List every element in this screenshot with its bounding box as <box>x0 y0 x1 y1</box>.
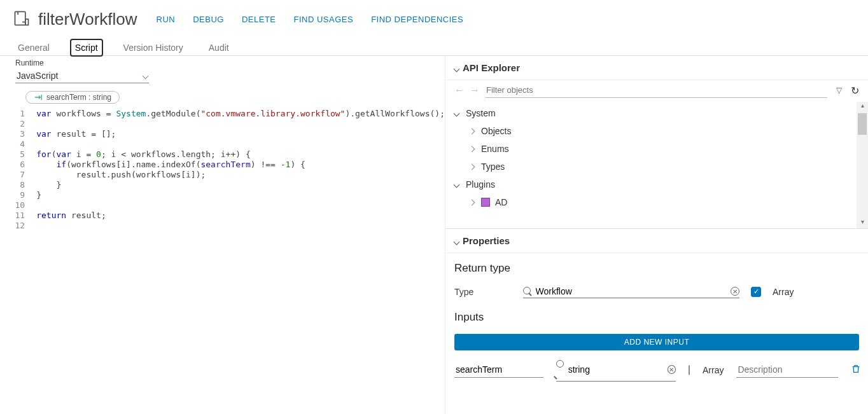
return-array-label: Array <box>773 287 794 297</box>
find-dependencies-action[interactable]: FIND DEPENDENCIES <box>371 15 463 24</box>
properties-title: Properties <box>463 235 510 246</box>
tabbar: General Script Version History Audit <box>0 38 868 56</box>
right-pane: API Explorer ← → ▽ ↻ System Objects Enum… <box>445 56 868 414</box>
return-type-heading: Return type <box>454 262 859 275</box>
chevron-down-icon <box>454 181 461 188</box>
plugin-icon <box>481 198 490 207</box>
run-action[interactable]: RUN <box>157 15 176 24</box>
tree-node-ad[interactable]: AD <box>470 193 848 211</box>
line-gutter: 123456789101112 <box>0 109 32 414</box>
chevron-right-icon <box>470 198 476 206</box>
search-icon <box>523 286 532 296</box>
scroll-thumb[interactable] <box>858 113 867 135</box>
debug-action[interactable]: DEBUG <box>193 15 224 24</box>
api-tree: System Objects Enums Types Plugins AD <box>454 104 848 211</box>
return-type-input[interactable] <box>536 286 727 296</box>
add-new-input-button[interactable]: ADD NEW INPUT <box>454 334 859 350</box>
input-array-label: Array <box>703 365 724 375</box>
tree-node-enums[interactable]: Enums <box>470 140 848 158</box>
param-chip-searchterm[interactable]: searchTerm : string <box>25 91 120 104</box>
api-explorer-title: API Explorer <box>463 62 520 73</box>
input-name-field[interactable] <box>454 362 543 378</box>
search-icon <box>556 359 564 380</box>
left-pane: Runtime JavaScript searchTerm : string 1… <box>0 56 445 414</box>
action-bar: RUN DEBUG DELETE FIND USAGES FIND DEPEND… <box>157 15 464 24</box>
tree-node-objects[interactable]: Objects <box>470 122 848 140</box>
tab-audit[interactable]: Audit <box>205 40 233 55</box>
runtime-label: Runtime <box>0 56 445 67</box>
tree-node-system[interactable]: System <box>454 104 848 122</box>
header: filterWorkflow RUN DEBUG DELETE FIND USA… <box>0 0 868 38</box>
chevron-down-icon <box>454 235 459 246</box>
type-label: Type <box>454 287 512 297</box>
chevron-down-icon <box>143 72 149 79</box>
svg-rect-0 <box>15 11 25 25</box>
tree-node-plugins[interactable]: Plugins <box>454 176 848 193</box>
inputs-heading: Inputs <box>454 311 859 324</box>
code-content[interactable]: var workflows = System.getModule("com.vm… <box>32 109 445 414</box>
return-array-checkbox[interactable] <box>751 287 761 297</box>
properties-header[interactable]: Properties <box>445 229 868 253</box>
nav-back-icon: ← <box>454 85 465 96</box>
input-row: ✕ Array <box>445 354 868 385</box>
chevron-down-icon <box>454 62 459 73</box>
filter-dropdown-icon[interactable]: ▽ <box>836 86 842 95</box>
trash-icon[interactable] <box>851 364 861 376</box>
scrollbar[interactable]: ▴ ▾ <box>857 102 868 228</box>
tree-node-types[interactable]: Types <box>470 158 848 176</box>
input-type-input[interactable] <box>568 364 664 375</box>
runtime-value: JavaScript <box>17 71 58 81</box>
input-description-field[interactable] <box>736 362 838 378</box>
find-usages-action[interactable]: FIND USAGES <box>294 15 354 24</box>
refresh-icon[interactable]: ↻ <box>851 85 859 97</box>
tab-general[interactable]: General <box>14 40 53 55</box>
input-arrow-icon <box>34 93 43 102</box>
param-chip-label: searchTerm : string <box>46 93 111 102</box>
chevron-right-icon <box>470 163 476 170</box>
nav-forward-icon: → <box>470 85 480 96</box>
delete-action[interactable]: DELETE <box>242 15 276 24</box>
tab-script[interactable]: Script <box>71 40 102 55</box>
scroll-down-icon[interactable]: ▾ <box>857 218 868 228</box>
input-type-field[interactable]: ✕ <box>556 358 676 382</box>
filter-objects-input[interactable] <box>485 83 827 98</box>
scroll-up-icon[interactable]: ▴ <box>857 102 868 112</box>
clear-icon[interactable]: ✕ <box>668 365 676 374</box>
workflow-icon <box>13 10 31 28</box>
api-explorer-header[interactable]: API Explorer <box>445 56 868 80</box>
tab-version-history[interactable]: Version History <box>120 40 187 55</box>
chevron-down-icon <box>454 109 461 117</box>
input-array-checkbox[interactable] <box>689 365 690 375</box>
chevron-right-icon <box>470 127 476 135</box>
return-type-field[interactable]: ✕ <box>523 285 739 298</box>
runtime-select[interactable]: JavaScript <box>15 69 149 83</box>
page-title: filterWorkflow <box>38 10 137 29</box>
clear-icon[interactable]: ✕ <box>731 287 739 296</box>
chevron-right-icon <box>470 145 476 153</box>
code-editor[interactable]: 123456789101112 var workflows = System.g… <box>0 109 445 414</box>
